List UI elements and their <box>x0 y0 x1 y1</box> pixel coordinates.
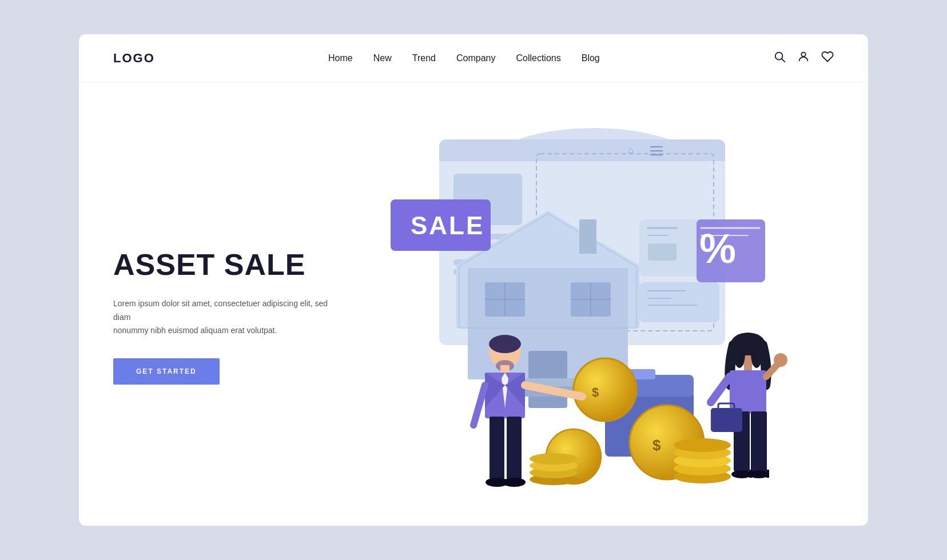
logo[interactable]: LOGO <box>113 51 155 66</box>
svg-rect-83 <box>730 370 766 413</box>
svg-text:SALE: SALE <box>411 211 484 239</box>
svg-rect-72 <box>490 417 504 479</box>
svg-line-77 <box>474 385 485 425</box>
hero-title: ASSET SALE <box>113 249 353 281</box>
svg-rect-67 <box>500 365 510 373</box>
svg-text:$: $ <box>592 385 599 399</box>
svg-rect-93 <box>711 408 742 432</box>
heart-icon[interactable] <box>821 50 834 66</box>
header: LOGO Home New Trend Company Collections … <box>79 34 868 82</box>
left-section: ASSET SALE Lorem ipsum dolor sit amet, c… <box>113 226 353 385</box>
svg-point-65 <box>489 335 521 353</box>
svg-line-1 <box>782 59 785 62</box>
user-icon[interactable] <box>797 50 810 66</box>
svg-rect-88 <box>751 411 767 471</box>
cta-button[interactable]: GET STARTED <box>113 358 220 385</box>
nav-item-trend[interactable]: Trend <box>412 53 436 63</box>
svg-point-2 <box>801 53 805 57</box>
svg-rect-82 <box>744 363 752 371</box>
nav-item-collections[interactable]: Collections <box>516 53 560 63</box>
svg-rect-38 <box>579 219 596 254</box>
svg-line-84 <box>711 377 730 402</box>
svg-point-75 <box>503 478 526 487</box>
svg-point-63 <box>530 453 578 465</box>
nav-item-new[interactable]: New <box>373 53 392 63</box>
navigation: Home New Trend Company Collections Blog <box>328 53 600 63</box>
main-content: ASSET SALE Lorem ipsum dolor sit amet, c… <box>79 82 868 517</box>
svg-rect-92 <box>766 470 769 478</box>
svg-text:%: % <box>699 226 736 271</box>
illustration-svg: ⌂ <box>353 105 834 505</box>
search-icon[interactable] <box>773 50 786 66</box>
svg-text:$: $ <box>652 437 661 454</box>
page-wrapper: LOGO Home New Trend Company Collections … <box>79 34 868 526</box>
svg-rect-73 <box>507 417 522 479</box>
svg-point-91 <box>749 470 769 478</box>
nav-item-home[interactable]: Home <box>328 53 353 63</box>
header-icons <box>773 50 834 66</box>
nav-item-company[interactable]: Company <box>456 53 495 63</box>
nav-item-blog[interactable]: Blog <box>582 53 600 63</box>
right-section: ⌂ <box>353 105 834 505</box>
svg-rect-21 <box>639 282 719 322</box>
svg-point-86 <box>774 353 787 367</box>
svg-point-59 <box>674 438 731 452</box>
svg-point-49 <box>574 358 636 421</box>
svg-rect-20 <box>648 243 677 261</box>
hero-description: Lorem ipsum dolor sit amet, consectetuer… <box>113 297 331 338</box>
